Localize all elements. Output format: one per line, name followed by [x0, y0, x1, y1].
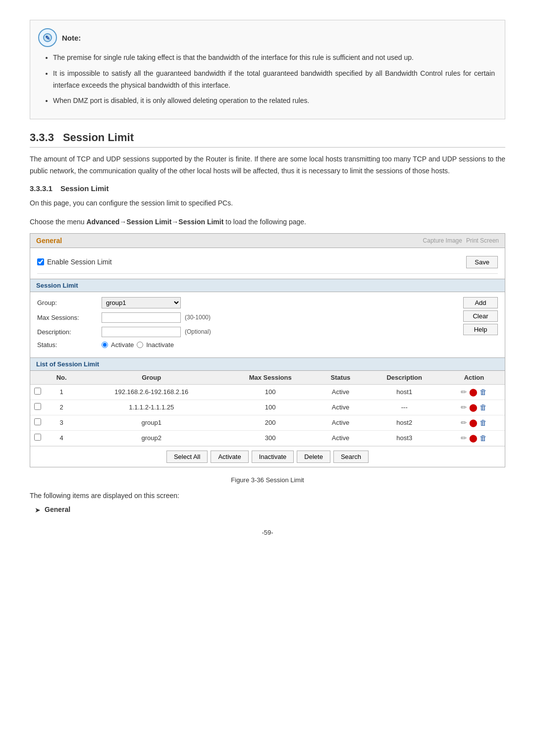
delete-icon[interactable]: 🗑	[480, 388, 487, 396]
arrow-icon: ➤	[35, 506, 41, 514]
table-header-row: No. Group Max Sessions Status Descriptio…	[30, 371, 505, 385]
row-no: 1	[45, 384, 78, 400]
section-title-row: 3.3.3 Session Limit	[30, 131, 505, 148]
row-action: ✏ ⬤ 🗑	[443, 430, 505, 446]
group-select[interactable]: group1	[102, 297, 181, 308]
enable-left: Enable Session Limit	[37, 258, 112, 266]
help-button[interactable]: Help	[463, 324, 498, 335]
description-row: Description: (Optional)	[37, 327, 449, 337]
enable-session-limit-checkbox[interactable]	[37, 258, 44, 265]
col-action: Action	[443, 371, 505, 385]
note-item-2: It is impossible to satisfy all the guar…	[53, 68, 495, 92]
row-checkbox-cell	[30, 400, 45, 415]
svg-text:✎: ✎	[45, 35, 50, 42]
row-checkbox-cell	[30, 415, 45, 430]
row-checkbox-cell	[30, 430, 45, 446]
row-action: ✏ ⬤ 🗑	[443, 415, 505, 430]
row-group: group1	[78, 415, 225, 430]
status-label: Status:	[37, 341, 102, 349]
inactivate-radio[interactable]	[137, 342, 143, 348]
activate-button[interactable]: Activate	[211, 451, 248, 463]
disable-icon[interactable]: ⬤	[469, 434, 478, 443]
delete-button[interactable]: Delete	[297, 451, 330, 463]
max-sessions-hint: (30-1000)	[185, 314, 211, 321]
figure-caption: Figure 3-36 Session Limit	[30, 476, 505, 484]
form-and-actions: Group: group1 Max Sessions: (30-1000) De…	[30, 292, 505, 357]
description-label: Description:	[37, 328, 102, 336]
disable-icon[interactable]: ⬤	[469, 418, 478, 427]
row-checkbox-cell	[30, 384, 45, 400]
print-screen-btn[interactable]: Print Screen	[466, 237, 499, 244]
subsection-number: 3.3.3.1	[30, 184, 53, 193]
delete-icon[interactable]: 🗑	[480, 434, 487, 442]
status-radios: Activate Inactivate	[102, 341, 174, 349]
section-title: Session Limit	[63, 131, 134, 144]
col-status: Status	[316, 371, 365, 385]
page-number: -59-	[30, 529, 505, 536]
general-arrow-label: General	[45, 505, 70, 513]
panel-header-actions: Capture Image Print Screen	[423, 237, 499, 244]
row-description: ---	[366, 400, 443, 415]
disable-icon[interactable]: ⬤	[469, 388, 478, 397]
row-description: host3	[366, 430, 443, 446]
col-no: No.	[45, 371, 78, 385]
row-status: Active	[316, 384, 365, 400]
session-limit-section-header: Session Limit	[30, 279, 505, 292]
row-checkbox-1[interactable]	[34, 388, 41, 395]
activate-radio[interactable]	[102, 342, 108, 348]
description-input[interactable]	[102, 327, 181, 337]
note-item-3: When DMZ port is disabled, it is only al…	[53, 95, 495, 107]
max-sessions-label: Max Sessions:	[37, 314, 102, 321]
delete-icon[interactable]: 🗑	[480, 418, 487, 427]
row-group: 1.1.1.2-1.1.1.25	[78, 400, 225, 415]
row-max-sessions: 100	[225, 384, 316, 400]
delete-icon[interactable]: 🗑	[480, 403, 487, 411]
edit-icon[interactable]: ✏	[461, 434, 467, 443]
max-sessions-input[interactable]	[102, 312, 181, 323]
group-row: Group: group1	[37, 297, 449, 308]
row-status: Active	[316, 430, 365, 446]
row-no: 2	[45, 400, 78, 415]
action-buttons: Add Clear Help	[456, 292, 505, 357]
panel-header: General Capture Image Print Screen	[30, 234, 505, 248]
table-row: 2 1.1.1.2-1.1.1.25 100 Active --- ✏ ⬤ 🗑	[30, 400, 505, 415]
edit-icon[interactable]: ✏	[461, 388, 467, 397]
activate-label: Activate	[111, 341, 134, 349]
note-header: ✎ Note:	[38, 28, 495, 47]
note-icon: ✎	[38, 28, 57, 47]
save-button[interactable]: Save	[466, 256, 498, 268]
row-description: host1	[366, 384, 443, 400]
row-max-sessions: 200	[225, 415, 316, 430]
edit-icon[interactable]: ✏	[461, 403, 467, 412]
session-limit-table: No. Group Max Sessions Status Descriptio…	[30, 371, 505, 446]
col-description: Description	[366, 371, 443, 385]
row-checkbox-2[interactable]	[34, 403, 41, 410]
panel-enable-section: Enable Session Limit Save	[30, 248, 505, 279]
row-action: ✏ ⬤ 🗑	[443, 384, 505, 400]
group-label: Group:	[37, 299, 102, 306]
note-item-1: The premise for single rule taking effec…	[53, 52, 495, 64]
row-description: host2	[366, 415, 443, 430]
add-button[interactable]: Add	[463, 297, 498, 308]
inactivate-button[interactable]: Inactivate	[252, 451, 294, 463]
enable-label: Enable Session Limit	[47, 258, 112, 266]
row-checkbox-3[interactable]	[34, 418, 41, 425]
bottom-buttons: Select All Activate Inactivate Delete Se…	[30, 446, 505, 467]
col-checkbox	[30, 371, 45, 385]
menu-instruction: Choose the menu Advanced→Session Limit→S…	[30, 216, 505, 227]
disable-icon[interactable]: ⬤	[469, 403, 478, 412]
note-box: ✎ Note: The premise for single rule taki…	[30, 20, 505, 119]
col-max-sessions: Max Sessions	[225, 371, 316, 385]
form-fields: Group: group1 Max Sessions: (30-1000) De…	[30, 292, 456, 357]
ui-panel: General Capture Image Print Screen Enabl…	[30, 233, 505, 467]
subsection-title-row: 3.3.3.1 Session Limit	[30, 184, 505, 193]
search-button[interactable]: Search	[333, 451, 369, 463]
capture-image-btn[interactable]: Capture Image	[423, 237, 462, 244]
row-max-sessions: 300	[225, 430, 316, 446]
row-checkbox-4[interactable]	[34, 434, 41, 441]
select-all-button[interactable]: Select All	[166, 451, 208, 463]
inactivate-label: Inactivate	[146, 341, 174, 349]
status-row: Status: Activate Inactivate	[37, 341, 449, 349]
edit-icon[interactable]: ✏	[461, 418, 467, 427]
clear-button[interactable]: Clear	[463, 310, 498, 322]
